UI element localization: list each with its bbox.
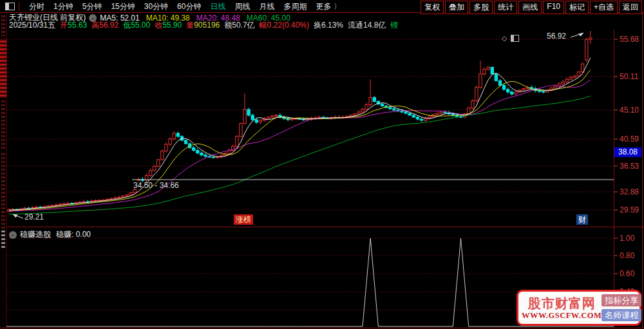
candle-body [562,82,564,84]
right-border [642,13,643,328]
gap-annotation: 34.50 - 34.66 [133,181,179,190]
candle-body [381,104,383,106]
candle-body [468,108,470,114]
candle-body [412,115,415,117]
price-axis-tick: 55.68 [620,35,639,44]
chevron-down-icon[interactable]: ⌄ [9,231,17,239]
chart-badge-财[interactable]: 财 [576,214,588,225]
candle-body [393,109,395,110]
watermark-title: 股市财富网 [528,296,596,311]
candle-body [354,114,356,115]
candle-body [157,160,160,166]
chart-canvas[interactable] [0,0,644,329]
candle-body [216,157,218,158]
candle-body [193,147,195,150]
candle-body [290,119,293,120]
candle-body [515,92,517,94]
watermark-badge: 名师课程 [601,309,641,321]
candle-body [424,118,426,120]
candle-body [361,109,364,112]
candle-body [491,68,493,74]
candle-body [247,109,250,115]
candle-body [365,105,368,109]
candle-body [271,116,274,117]
candle-body [161,151,164,160]
candle-body [440,112,442,113]
candle-body [471,100,474,108]
low-annotation: 29.21 [24,212,44,221]
ma10-line [9,70,591,211]
price-axis-tick: 29.59 [620,205,639,214]
indicator-value: 稳赚: 0.00 [56,229,91,240]
candle-body [133,189,136,193]
candle-body [82,202,85,202]
candle-body [267,117,269,118]
candle-body [475,88,478,101]
watermark-badge: 指标分享 [601,294,641,306]
candle-body [581,64,583,71]
candle-body [565,79,568,82]
price-axis-tick: 36.53 [620,162,639,171]
candle-body [176,133,179,136]
watermark-badges: 指标分享名师课程 [601,293,641,323]
candle-body [589,38,592,40]
candle-body [585,39,588,60]
chart-badge-涨榜[interactable]: 涨榜 [234,214,253,225]
candle-body [204,155,207,156]
candle-body [114,198,117,199]
indicator-axis-tick: 1.00 [620,234,634,243]
price-alert-tag: 38.08 [614,147,641,157]
candle-body [255,120,258,122]
watermark-text: 股市财富网 WWW.GSCFW.COM [522,296,601,321]
candle-body [451,114,454,115]
price-axis-tick: 45.10 [620,106,639,115]
candle-body [126,195,128,196]
indicator-header: ⌄ 稳赚选股 稳赚: 0.00 [9,229,91,240]
axis-border [614,30,614,328]
candle-body [259,120,261,122]
candle-body [502,86,505,89]
ma20-line [9,80,591,211]
indicator-name[interactable]: 稳赚选股 [20,229,51,240]
candle-body [511,92,513,94]
candle-body [542,91,544,92]
candle-body [196,150,199,153]
candle-body [169,139,171,144]
candle-body [236,136,238,146]
diamond-icon[interactable]: ◇ [502,34,507,42]
ma60-line [9,96,591,214]
bottom-border [0,328,644,328]
high-annotation-arrowhead [578,33,583,37]
price-axis-tick: 50.11 [620,72,638,81]
chart-corner-tools[interactable]: ◇ [502,34,519,42]
candle-body [200,153,203,155]
candle-body [66,203,69,204]
indicator-axis-tick: 0.80 [620,251,634,260]
mini-window-icon[interactable] [511,35,519,42]
candle-body [522,89,525,90]
panel-divider [6,227,644,227]
candle-body [554,86,556,88]
candle-body [275,115,278,116]
candle-body [122,196,124,198]
candle-body [149,171,151,176]
candle-body [153,166,156,171]
candle-body [498,80,501,85]
candle-body [118,197,120,198]
candle-body [397,110,399,111]
candle-body [487,68,489,70]
candle-body [444,112,446,113]
trading-app-window: 分时1分钟5分钟15分钟30分钟60分钟日线周线月线多周期更多 〉 复权叠加多股… [0,0,644,329]
candle-body [173,133,175,139]
watermark-url: WWW.GSCFW.COM [522,311,601,321]
candle-body [420,119,422,120]
high-annotation: 56.92 [547,32,566,41]
price-axis-tick: 32.88 [620,187,639,196]
candle-body [240,124,242,136]
watermark: 股市财富网 WWW.GSCFW.COM 指标分享名师课程 [516,290,641,326]
candle-body [569,77,572,79]
candle-body [251,115,254,120]
candle-body [507,89,509,92]
candle-body [483,70,486,74]
candle-body [436,113,439,115]
